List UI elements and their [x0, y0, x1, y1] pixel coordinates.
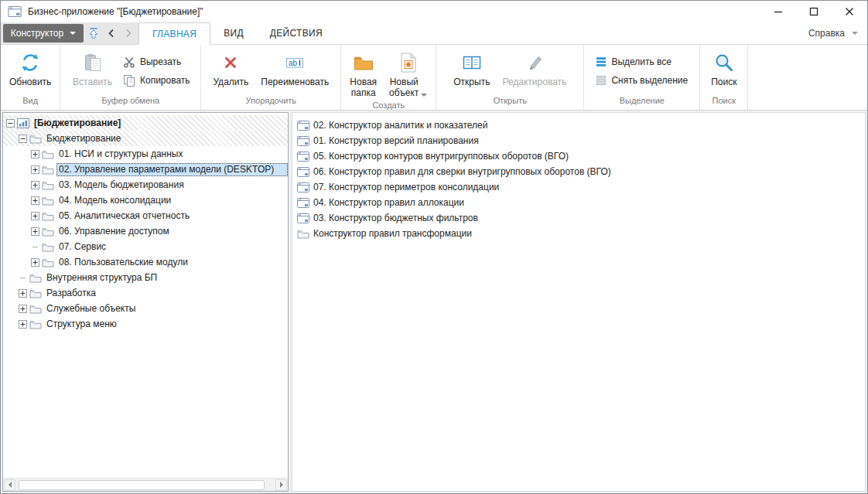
tree-item[interactable]: Разработка: [3, 285, 288, 301]
expand-icon[interactable]: [31, 258, 41, 267]
expand-icon[interactable]: [19, 305, 29, 313]
deselect-button[interactable]: Снять выделение: [591, 72, 692, 88]
tree-item-label[interactable]: 08. Пользовательские модули: [56, 256, 288, 269]
cut-label: Вырезать: [140, 56, 181, 67]
expand-icon[interactable]: [19, 289, 29, 298]
new-object-button[interactable]: Новый объект: [383, 46, 433, 99]
up-level-button[interactable]: [86, 26, 101, 41]
select-all-button[interactable]: Выделить все: [591, 53, 692, 70]
tree-item[interactable]: Служебные объекты: [3, 301, 288, 316]
tree-item[interactable]: 06. Управление доступом: [3, 223, 288, 239]
tab-home[interactable]: ГЛАВНАЯ: [138, 22, 210, 45]
collapse-icon[interactable]: [19, 135, 29, 143]
close-button[interactable]: [832, 1, 867, 22]
tree-item[interactable]: Структура меню: [3, 316, 288, 332]
refresh-button[interactable]: Обновить: [3, 46, 57, 87]
list-item[interactable]: 02. Конструктор аналитик и показателей: [296, 118, 865, 133]
list-item-label[interactable]: 07. Конструктор периметров консолидации: [313, 182, 499, 192]
expand-icon[interactable]: [19, 320, 29, 329]
open-icon: [462, 49, 482, 77]
tree-item-label[interactable]: [Бюджетирование]: [32, 117, 288, 130]
tree-item-label[interactable]: 06. Управление доступом: [56, 225, 288, 238]
list-item-label[interactable]: 03. Конструктор бюджетных фильтров: [313, 213, 478, 223]
tab-actions[interactable]: ДЕЙСТВИЯ: [257, 22, 336, 44]
new-folder-button[interactable]: Новая папка: [343, 46, 383, 99]
tree-item-label[interactable]: Разработка: [44, 287, 288, 300]
tree-item[interactable]: 04. Модель консолидации: [3, 192, 288, 208]
expand-icon[interactable]: [31, 181, 41, 189]
expand-icon[interactable]: [31, 227, 41, 236]
list-item-label[interactable]: 02. Конструктор аналитик и показателей: [313, 120, 487, 131]
minimize-button[interactable]: [760, 1, 796, 22]
expand-icon[interactable]: [31, 196, 41, 205]
tree-item-label[interactable]: 01. НСИ и структуры данных: [56, 148, 288, 161]
tree-item-label[interactable]: 05. Аналитическая отчетность: [56, 210, 288, 223]
paste-icon: [84, 49, 101, 77]
list-item[interactable]: 01. Конструктор версий планирования: [296, 133, 865, 148]
list-item[interactable]: 05. Конструктор контуров внутригрупповых…: [296, 148, 865, 164]
search-button[interactable]: Поиск: [705, 46, 743, 87]
tree-item-label[interactable]: 04. Модель консолидации: [56, 194, 288, 207]
scroll-right-button[interactable]: [275, 479, 287, 491]
tree-item-label[interactable]: Структура меню: [44, 318, 288, 331]
tree-item-label[interactable]: 07. Сервис: [56, 240, 288, 254]
mode-dropdown-button[interactable]: Конструктор: [3, 24, 84, 43]
paste-button[interactable]: Вставить: [67, 46, 118, 87]
tree-item[interactable]: Бюджетирование: [3, 131, 288, 146]
back-button[interactable]: [104, 26, 119, 41]
folder-icon: [42, 149, 54, 159]
copy-button[interactable]: Копировать: [118, 72, 195, 88]
list-item-label[interactable]: 06. Конструктор правил для сверки внутри…: [313, 166, 611, 177]
deselect-label: Снять выделение: [611, 75, 688, 86]
scroll-left-button[interactable]: [4, 479, 15, 491]
chevron-down-icon: [852, 32, 858, 35]
tree-item-label[interactable]: Бюджетирование: [44, 132, 288, 145]
list-item-label[interactable]: 04. Конструктор правил аллокации: [313, 197, 464, 208]
edit-button[interactable]: Редактировать: [496, 46, 572, 87]
rename-button[interactable]: Переименовать: [255, 46, 335, 87]
refresh-label: Обновить: [9, 77, 51, 87]
folder-icon: [29, 273, 42, 283]
horizontal-scrollbar[interactable]: [3, 478, 288, 491]
tree-item-root[interactable]: [Бюджетирование]: [3, 115, 288, 131]
ribbon-group-create: Новая папка Новый объект Создать: [341, 45, 436, 110]
scrollbar-track[interactable]: [17, 479, 274, 491]
window-icon: [297, 182, 309, 192]
tree-item[interactable]: 05. Аналитическая отчетность: [3, 208, 288, 223]
list-item[interactable]: Конструктор правил трансформации: [296, 226, 865, 241]
list-item-label[interactable]: 01. Конструктор версий планирования: [313, 135, 479, 146]
expand-icon[interactable]: [31, 150, 41, 158]
tree-item[interactable]: 03. Модель бюджетирования: [3, 177, 288, 192]
cut-button[interactable]: Вырезать: [118, 53, 195, 70]
list-item-label[interactable]: 05. Конструктор контуров внутригрупповых…: [313, 151, 569, 162]
tree-item[interactable]: Внутренняя структура БП: [3, 270, 288, 285]
tree-item[interactable]: 08. Пользовательские модули: [3, 254, 288, 270]
list-item[interactable]: 07. Конструктор периметров консолидации: [296, 179, 865, 195]
ribbon-tabstrip: Конструктор ГЛАВНАЯ ВИД ДЕЙСТВИЯ Справка: [1, 22, 867, 45]
tree-connector-dash: [31, 243, 41, 251]
tree-item-label[interactable]: 02. Управление параметрами модели (DESKT…: [56, 163, 288, 176]
scrollbar-thumb[interactable]: [19, 480, 265, 490]
list-item-label[interactable]: Конструктор правил трансформации: [313, 228, 472, 239]
tree-item-label[interactable]: Внутренняя структура БП: [44, 271, 288, 284]
tree-item-label[interactable]: Служебные объекты: [44, 302, 288, 315]
tab-view[interactable]: ВИД: [210, 22, 257, 44]
tree-item-label[interactable]: 03. Модель бюджетирования: [56, 179, 288, 192]
folder-icon: [42, 211, 54, 221]
tree-item-selected[interactable]: 02. Управление параметрами модели (DESKT…: [3, 162, 288, 177]
expand-icon[interactable]: [31, 165, 41, 174]
forward-button[interactable]: [121, 26, 136, 41]
maximize-button[interactable]: [796, 1, 832, 22]
expand-icon[interactable]: [31, 212, 41, 220]
list-item[interactable]: 03. Конструктор бюджетных фильтров: [296, 210, 865, 226]
tree-item[interactable]: 01. НСИ и структуры данных: [3, 146, 288, 162]
help-menu[interactable]: Справка: [808, 22, 858, 44]
window-icon: [297, 152, 309, 162]
tree-item[interactable]: 07. Сервис: [3, 239, 288, 254]
list-item[interactable]: 06. Конструктор правил для сверки внутри…: [296, 164, 865, 179]
open-button[interactable]: Открыть: [447, 46, 496, 87]
folder-icon: [42, 227, 54, 237]
list-item[interactable]: 04. Конструктор правил аллокации: [296, 195, 865, 210]
delete-button[interactable]: Удалить: [207, 46, 255, 87]
collapse-icon[interactable]: [6, 119, 16, 128]
